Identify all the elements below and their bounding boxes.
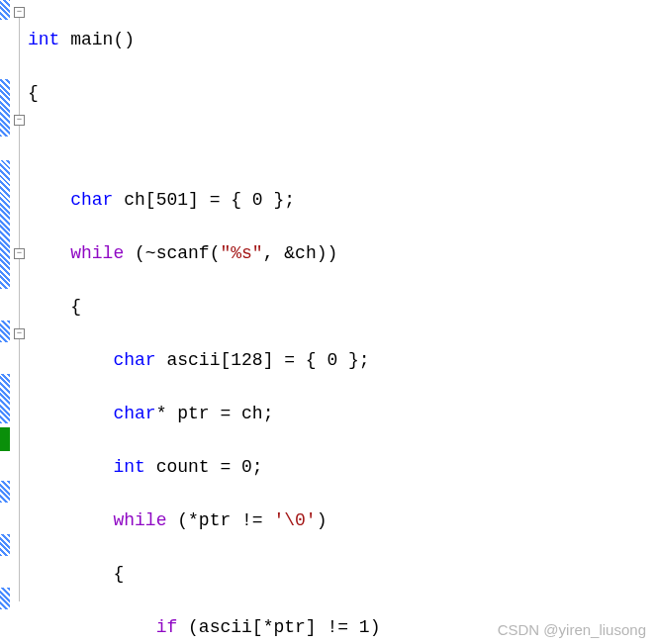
code-line[interactable]: while (~scanf("%s", &ch)) [28, 240, 656, 267]
code-line[interactable]: char ascii[128] = { 0 }; [28, 347, 656, 374]
brace: { [28, 83, 39, 103]
keyword: char [70, 190, 113, 210]
keyword: while [70, 243, 124, 263]
code-text: (ascii[*ptr] != 1) [177, 617, 380, 637]
fold-gutter: − − − − [14, 0, 28, 644]
fold-toggle[interactable]: − [14, 115, 25, 126]
change-marker [0, 588, 10, 609]
keyword: if [156, 617, 178, 637]
code-text: ch[501] = { 0 }; [113, 190, 295, 210]
change-marker [0, 160, 10, 289]
keyword: while [113, 510, 166, 530]
change-marker [0, 321, 10, 342]
keyword: char [113, 404, 155, 423]
code-editor[interactable]: − − − − int main() { char ch[501] = { 0 … [0, 0, 656, 644]
code-text: ascii[128] = { 0 }; [156, 350, 370, 370]
parens: () [113, 30, 135, 49]
code-area[interactable]: int main() { char ch[501] = { 0 }; while… [28, 0, 656, 644]
paren: ( [210, 243, 221, 263]
identifier: main [70, 30, 113, 49]
keyword: int [113, 457, 144, 477]
change-marker [0, 427, 10, 451]
change-marker [0, 79, 10, 137]
code-line[interactable]: while (*ptr != '\0') [28, 507, 656, 534]
code-line[interactable]: char ch[501] = { 0 }; [28, 187, 656, 214]
code-text: (*ptr != [166, 510, 273, 530]
code-text: count = 0; [145, 457, 263, 477]
code-line[interactable]: int main() [28, 27, 656, 53]
code-line[interactable]: if (ascii[*ptr] != 1) [28, 614, 656, 641]
identifier: scanf [156, 243, 210, 263]
fold-toggle[interactable]: − [14, 328, 25, 339]
char-literal: '\0' [273, 510, 316, 530]
code-line[interactable] [28, 134, 656, 160]
fold-line [19, 18, 20, 601]
code-line[interactable]: { [28, 561, 656, 588]
change-marker [0, 374, 10, 423]
fold-toggle[interactable]: − [14, 248, 25, 259]
keyword: char [113, 350, 155, 370]
code-line[interactable]: char* ptr = ch; [28, 401, 656, 427]
change-marker-gutter [0, 0, 14, 644]
code-text: (~ [124, 243, 155, 263]
keyword: int [28, 30, 59, 49]
code-text: , &ch)) [263, 243, 338, 263]
code-line[interactable]: { [28, 294, 656, 321]
string-literal: "%s" [220, 243, 262, 263]
change-marker [0, 481, 10, 503]
code-text: * ptr = ch; [156, 404, 274, 423]
code-text: ) [317, 510, 328, 530]
brace: { [70, 297, 81, 317]
brace: { [113, 564, 124, 584]
change-marker [0, 0, 10, 20]
fold-toggle[interactable]: − [14, 7, 25, 18]
change-marker [0, 534, 10, 556]
code-line[interactable]: int count = 0; [28, 454, 656, 481]
code-line[interactable]: { [28, 80, 656, 107]
